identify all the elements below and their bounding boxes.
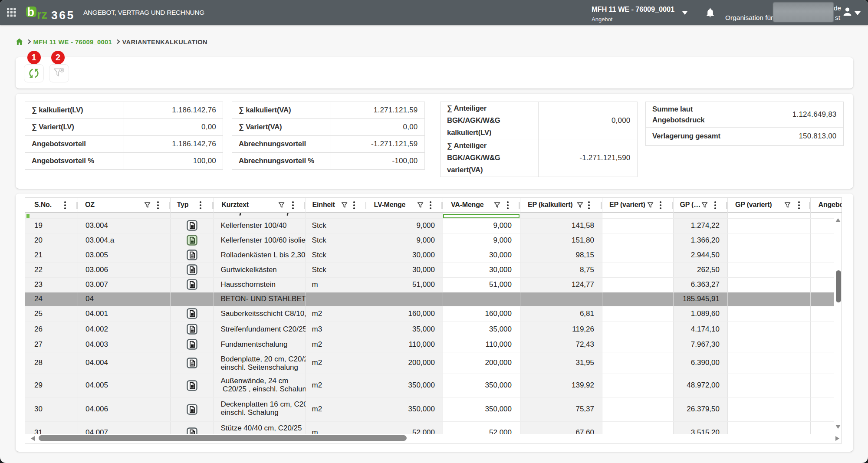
svg-text:365: 365 bbox=[51, 9, 75, 20]
svg-text:rz: rz bbox=[37, 8, 47, 20]
svg-text:b: b bbox=[27, 6, 35, 19]
